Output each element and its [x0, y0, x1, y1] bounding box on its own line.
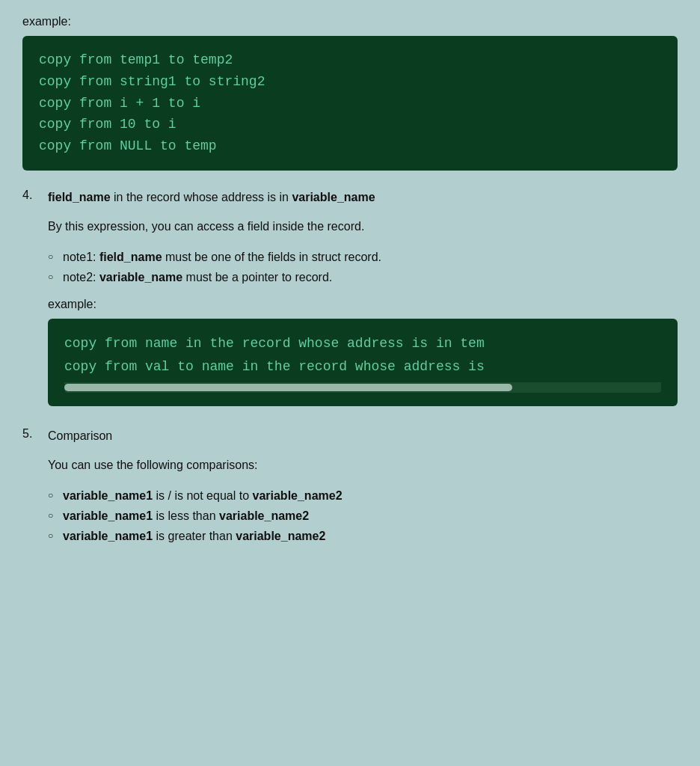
section-5-number: 5. — [22, 427, 40, 445]
comparison-3: variable_name1 is greater than variable_… — [48, 526, 678, 546]
note-1: note1: field_name must be one of the fie… — [48, 247, 678, 267]
comparison-2-bold1: variable_name1 — [63, 509, 153, 522]
comparison-1-bold1: variable_name1 — [63, 489, 153, 502]
comparison-2-text: is less than — [153, 509, 219, 522]
code-content-2: copy from name in the record whose addre… — [64, 332, 661, 378]
comparisons-list: variable_name1 is / is not equal to vari… — [48, 485, 678, 547]
field-name-term: field_name — [48, 191, 111, 203]
section-4-notes: note1: field_name must be one of the fie… — [48, 247, 678, 287]
scrollbar-area[interactable] — [64, 382, 661, 393]
example-label-2: example: — [48, 298, 678, 311]
example-wrap-2: example: copy from name in the record wh… — [48, 298, 678, 406]
section-5: 5. Comparison You can use the following … — [22, 427, 678, 546]
comparison-2: variable_name1 is less than variable_nam… — [48, 506, 678, 526]
note-2-bold: variable_name — [99, 271, 182, 284]
section-5-description: You can use the following comparisons: — [48, 456, 678, 475]
comparison-1: variable_name1 is / is not equal to vari… — [48, 485, 678, 506]
section-4-description: By this expression, you can access a fie… — [48, 217, 678, 236]
code-block-1: copy from temp1 to temp2 copy from strin… — [22, 36, 678, 171]
note-1-prefix: note1: — [63, 251, 99, 263]
section-4-header: 4. field_name in the record whose addres… — [22, 189, 678, 206]
comparison-3-text: is greater than — [153, 530, 236, 542]
comparison-1-text: is / is not equal to — [153, 489, 252, 502]
variable-name-term: variable_name — [292, 191, 375, 203]
section-4-title: field_name in the record whose address i… — [48, 189, 375, 206]
note-2: note2: variable_name must be a pointer t… — [48, 267, 678, 287]
code-block-2: copy from name in the record whose addre… — [48, 319, 678, 406]
code-content-1: copy from temp1 to temp2 copy from strin… — [39, 49, 661, 157]
scrollbar-thumb[interactable] — [64, 384, 512, 391]
section-4-title-mid: in the record whose address is in — [111, 191, 292, 203]
section-4-number: 4. — [22, 189, 40, 206]
comparison-1-bold2: variable_name2 — [252, 489, 342, 502]
comparison-2-bold2: variable_name2 — [219, 509, 309, 522]
section-5-title: Comparison — [48, 427, 112, 445]
note-2-prefix: note2: — [63, 271, 99, 284]
note-1-suffix: must be one of the fields in struct reco… — [162, 251, 381, 263]
example-label-1: example: — [22, 15, 678, 28]
section-5-header: 5. Comparison — [22, 427, 678, 445]
comparison-3-bold1: variable_name1 — [63, 530, 153, 542]
comparison-3-bold2: variable_name2 — [236, 530, 325, 542]
section-4: 4. field_name in the record whose addres… — [22, 189, 678, 406]
note-2-suffix: must be a pointer to record. — [182, 271, 332, 284]
note-1-bold: field_name — [99, 251, 162, 263]
